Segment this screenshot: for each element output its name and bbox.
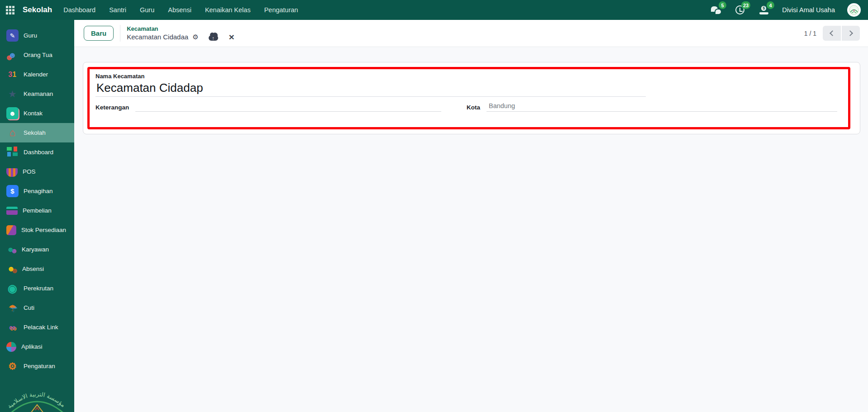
calendar-app-icon: 31 xyxy=(6,68,19,81)
sidebar-item-label: Penagihan xyxy=(24,188,53,194)
sidebar-item-penagihan[interactable]: $ Penagihan xyxy=(0,181,74,201)
sidebar-item-perekrutan[interactable]: ◉ Perekrutan xyxy=(0,279,74,298)
sidebar-item-label: Absensi xyxy=(22,265,44,272)
sidebar-item-label: Dashboard xyxy=(24,149,53,156)
recruitment-app-icon: ◉ xyxy=(6,282,19,294)
messages-badge: 5 xyxy=(719,1,726,9)
sidebar-item-label: Orang Tua xyxy=(24,52,52,58)
billing-app-icon: $ xyxy=(6,185,19,197)
nama-kecamatan-label: Nama Kecamatan xyxy=(95,72,839,81)
sidebar-item-label: Pengaturan xyxy=(24,363,55,369)
sidebar-item-kontak[interactable]: ☻ Kontak xyxy=(0,104,74,123)
svg-text:مؤسسة التربية الاسلامية: مؤسسة التربية الاسلامية xyxy=(6,391,67,410)
sidebar-item-label: Cuti xyxy=(24,304,34,311)
link-tracker-app-icon: ∞ xyxy=(6,321,19,333)
chevron-right-icon xyxy=(847,30,853,36)
gear-icon[interactable]: ⚙ xyxy=(192,33,198,42)
nav-item-pengaturan[interactable]: Pengaturan xyxy=(258,0,305,20)
cloud-save-icon[interactable] xyxy=(209,35,218,41)
activities-badge: 23 xyxy=(741,1,750,9)
nav-item-dashboard[interactable]: Dashboard xyxy=(57,0,102,20)
sidebar-item-label: Kontak xyxy=(24,110,43,117)
sidebar-item-keamanan[interactable]: ★ Keamanan xyxy=(0,84,74,104)
sidebar-item-pelacak-link[interactable]: ∞ Pelacak Link xyxy=(0,317,74,337)
pager-previous-button[interactable] xyxy=(823,26,841,41)
kota-input[interactable] xyxy=(486,102,837,112)
sidebar-item-pos[interactable]: POS xyxy=(0,162,74,181)
sidebar-item-aplikasi[interactable]: Aplikasi xyxy=(0,337,74,356)
time-off-app-icon: ☂ xyxy=(6,302,19,314)
employees-app-icon: ☻ xyxy=(5,243,17,256)
parents-app-icon: ☻ xyxy=(6,49,19,61)
sidebar-item-absensi[interactable]: ☻ Absensi xyxy=(0,259,74,279)
nav-item-santri[interactable]: Santri xyxy=(102,0,133,20)
control-panel: Baru Kecamatan Kecamatan Cidadaa ⚙ × 1 /… xyxy=(74,20,868,47)
breadcrumb-parent-link[interactable]: Kecamatan xyxy=(127,25,234,33)
sidebar-item-label: Guru xyxy=(24,32,37,39)
nav-item-absensi[interactable]: Absensi xyxy=(161,0,198,20)
sidebar-item-pembelian[interactable]: Pembelian xyxy=(0,201,74,220)
sidebar-item-label: Stok Persediaan xyxy=(21,227,66,233)
top-navbar: Sekolah Dashboard Santri Guru Absensi Ke… xyxy=(0,0,868,20)
grid-icon xyxy=(6,6,8,8)
discard-x-icon[interactable]: × xyxy=(229,33,234,41)
pager-counter: 1 / 1 xyxy=(804,30,816,37)
keterangan-input[interactable] xyxy=(135,102,441,112)
attendance-app-icon: ☻ xyxy=(5,263,17,275)
sidebar-item-label: Karyawan xyxy=(22,246,49,253)
security-app-icon: ★ xyxy=(6,88,19,100)
keterangan-label: Keterangan xyxy=(95,104,129,112)
breadcrumb: Kecamatan Kecamatan Cidadaa ⚙ × xyxy=(120,25,234,42)
sidebar-item-label: Sekolah xyxy=(24,129,46,136)
form-sheet: Nama Kecamatan Keterangan Kota xyxy=(83,62,860,134)
nama-kecamatan-input[interactable] xyxy=(95,81,646,97)
apps-menu-button[interactable] xyxy=(0,0,20,20)
contacts-app-icon: ☻ xyxy=(6,107,19,119)
company-name: Divisi Amal Usaha xyxy=(782,6,835,14)
inventory-app-icon xyxy=(6,225,16,235)
sidebar-item-guru[interactable]: ✎ Guru xyxy=(0,26,74,45)
sidebar-item-stok-persediaan[interactable]: Stok Persediaan xyxy=(0,220,74,240)
breadcrumb-current: Kecamatan Cidadaa xyxy=(127,33,188,42)
activities-button[interactable]: 23 xyxy=(734,4,746,16)
sidebar-item-dashboard[interactable]: Dashboard xyxy=(0,142,74,162)
sidebar-item-label: Perekrutan xyxy=(24,285,53,292)
dashboard-app-icon xyxy=(6,146,19,158)
annotation-highlight-box: Nama Kecamatan Keterangan Kota xyxy=(87,67,850,129)
app-sidebar: ✎ Guru ☻ Orang Tua 31 Kalender ★ Keamana… xyxy=(0,20,74,412)
sidebar-item-kalender[interactable]: 31 Kalender xyxy=(0,65,74,84)
new-record-button[interactable]: Baru xyxy=(84,26,114,41)
purchase-app-icon xyxy=(6,207,18,215)
attendance-badge: 4 xyxy=(767,1,774,9)
pager-next-button[interactable] xyxy=(842,26,860,41)
kota-label: Kota xyxy=(467,104,480,112)
foundation-logo-text: مؤسسة التربية الاسلامية xyxy=(6,391,67,410)
guru-app-icon: ✎ xyxy=(6,29,19,42)
sidebar-item-karyawan[interactable]: ☻ Karyawan xyxy=(0,240,74,259)
sidebar-item-label: POS xyxy=(23,168,36,175)
foundation-logo: مؤسسة التربية الاسلامية xyxy=(0,378,74,412)
nav-item-guru[interactable]: Guru xyxy=(133,0,161,20)
sidebar-item-label: Kalender xyxy=(24,71,48,78)
main-content: Baru Kecamatan Kecamatan Cidadaa ⚙ × 1 /… xyxy=(74,20,868,412)
chevron-left-icon xyxy=(830,30,835,36)
sidebar-item-label: Aplikasi xyxy=(21,343,43,350)
app-brand-title: Sekolah xyxy=(23,5,52,14)
apps-app-icon xyxy=(6,342,16,352)
pos-app-icon xyxy=(6,168,18,177)
foundation-logo-icon xyxy=(849,5,859,15)
sidebar-item-label: Keamanan xyxy=(24,90,53,97)
attendance-button[interactable]: 4 xyxy=(758,4,770,16)
settings-app-icon: ⚙ xyxy=(6,360,19,372)
school-app-icon: ⌂ xyxy=(6,127,19,139)
sidebar-item-sekolah[interactable]: ⌂ Sekolah xyxy=(0,123,74,142)
nav-item-kenaikan-kelas[interactable]: Kenaikan Kelas xyxy=(198,0,258,20)
sidebar-item-cuti[interactable]: ☂ Cuti xyxy=(0,298,74,317)
sidebar-item-label: Pembelian xyxy=(23,207,52,214)
sidebar-item-orang-tua[interactable]: ☻ Orang Tua xyxy=(0,45,74,65)
user-avatar[interactable] xyxy=(847,3,861,17)
messages-button[interactable]: 5 xyxy=(710,4,722,16)
sidebar-item-label: Pelacak Link xyxy=(24,324,58,331)
sidebar-item-pengaturan[interactable]: ⚙ Pengaturan xyxy=(0,356,74,376)
